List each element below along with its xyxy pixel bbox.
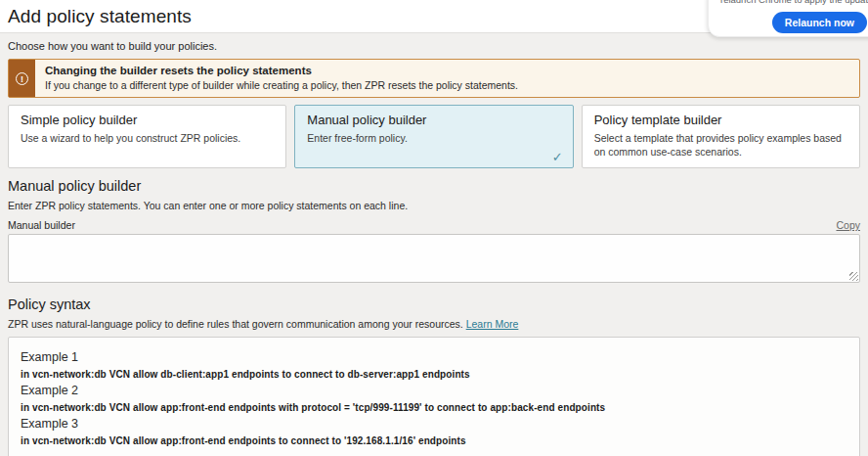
card-title: Policy template builder (594, 113, 847, 127)
warning-title: Changing the builder resets the policy s… (45, 65, 518, 76)
relaunch-now-button[interactable]: Relaunch now (772, 12, 867, 33)
example-statement: in vcn-network:db VCN allow db-client:ap… (21, 369, 847, 380)
manual-builder-heading: Manual policy builder (8, 178, 860, 194)
card-title: Simple policy builder (21, 113, 274, 127)
card-simple-policy-builder[interactable]: Simple policy builder Use a wizard to he… (8, 105, 286, 168)
manual-builder-field-label: Manual builder (8, 219, 75, 231)
card-description: Enter free-form policy. (307, 131, 560, 145)
copy-link[interactable]: Copy (836, 219, 860, 231)
example-statement: in vcn-network:db VCN allow app:front-en… (21, 435, 847, 446)
warning-description: If you change to a different type of bui… (45, 79, 518, 91)
warning-accent-strip: ! (9, 60, 35, 97)
selected-checkmark-icon: ✓ (552, 150, 563, 164)
card-policy-template-builder[interactable]: Policy template builder Select a templat… (582, 105, 860, 168)
example-label: Example 3 (21, 417, 847, 431)
builder-cards-row: Simple policy builder Use a wizard to he… (8, 105, 860, 168)
add-policy-statements-page: Add policy statements relaunch Chrome to… (0, 0, 868, 456)
warning-body: Changing the builder resets the policy s… (35, 60, 528, 97)
card-manual-policy-builder[interactable]: Manual policy builder Enter free-form po… (294, 105, 573, 168)
example-label: Example 2 (21, 384, 847, 397)
manual-builder-textarea[interactable] (8, 234, 860, 283)
content-area: Choose how you want to build your polici… (0, 32, 868, 456)
card-description: Select a template that provides policy e… (594, 131, 847, 159)
policy-syntax-examples-box: Example 1 in vcn-network:db VCN allow db… (8, 337, 860, 456)
warning-banner: ! Changing the builder resets the policy… (8, 59, 860, 98)
policy-syntax-description: ZPR uses natural-language policy to defi… (8, 318, 860, 330)
manual-builder-label-row: Manual builder Copy (8, 219, 860, 231)
relaunch-message: relaunch Chrome to apply the update (720, 0, 868, 5)
card-description: Use a wizard to help you construct ZPR p… (21, 131, 274, 145)
intro-text: Choose how you want to build your polici… (8, 40, 860, 52)
manual-builder-textarea-wrap (8, 234, 860, 283)
policy-syntax-description-text: ZPR uses natural-language policy to defi… (8, 318, 463, 330)
example-label: Example 1 (21, 350, 847, 364)
card-title: Manual policy builder (307, 113, 560, 127)
example-statement: in vcn-network:db VCN allow app:front-en… (21, 402, 847, 413)
learn-more-link[interactable]: Learn More (466, 318, 519, 330)
textarea-resize-handle[interactable] (849, 272, 858, 281)
warning-icon: ! (16, 72, 28, 85)
manual-builder-description: Enter ZPR policy statements. You can ent… (8, 200, 860, 211)
policy-syntax-heading: Policy syntax (8, 296, 860, 312)
relaunch-notification: relaunch Chrome to apply the update Rela… (708, 0, 868, 37)
